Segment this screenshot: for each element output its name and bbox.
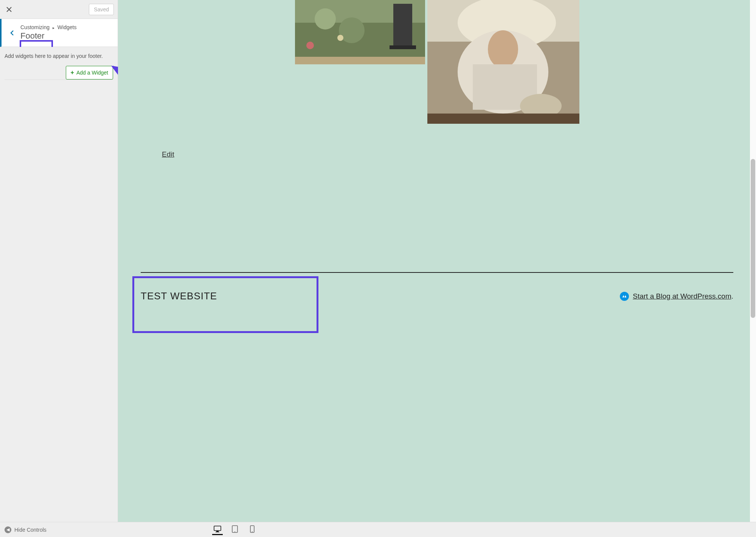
footer-divider	[141, 272, 733, 273]
hide-controls-button[interactable]: ◀ Hide Controls	[5, 526, 47, 533]
customizer-bottombar: ◀ Hide Controls	[0, 522, 756, 537]
svg-point-25	[234, 531, 235, 532]
back-button[interactable]	[7, 28, 17, 38]
helper-text: Add widgets here to appear in your foote…	[5, 53, 113, 59]
painting-image-icon	[427, 0, 579, 124]
site-title: TEST WEBSITE	[141, 290, 217, 302]
section-title: Footer	[20, 31, 46, 42]
svg-rect-20	[427, 114, 579, 124]
svg-rect-10	[295, 57, 425, 64]
svg-rect-23	[216, 532, 219, 532]
mobile-icon	[250, 525, 255, 533]
desktop-icon	[214, 526, 221, 532]
painting-image-icon	[295, 0, 425, 64]
svg-point-27	[252, 531, 253, 532]
breadcrumb: Customizing ▸ Widgets	[20, 24, 76, 30]
svg-rect-7	[390, 45, 416, 49]
close-customizer-button[interactable]	[4, 2, 14, 17]
customizer-sidebar: Saved Customizing ▸ Widgets Footer Add w…	[0, 0, 118, 522]
wp-credit: Start a Blog at WordPress.com.	[620, 292, 733, 301]
desktop-preview-button[interactable]	[212, 525, 223, 535]
site-footer: TEST WEBSITE Start a Blog at WordPress.c…	[141, 272, 733, 317]
sidebar-body: Add widgets here to appear in your foote…	[0, 47, 118, 522]
mobile-preview-button[interactable]	[247, 525, 258, 535]
tablet-preview-button[interactable]	[230, 525, 240, 535]
add-widget-label: Add a Widget	[76, 70, 108, 76]
close-icon	[6, 7, 12, 12]
wordpress-icon	[620, 292, 629, 301]
breadcrumb-separator-icon: ▸	[53, 26, 54, 30]
svg-rect-6	[393, 4, 412, 49]
section-header: Customizing ▸ Widgets Footer	[0, 19, 118, 47]
preview-scroll[interactable]: Edit TEST WEBSITE Start a Blog at WordPr…	[118, 0, 756, 522]
window-scrollbar-thumb[interactable]	[751, 159, 755, 318]
breadcrumb-parent: Widgets	[57, 24, 77, 30]
chevron-left-circle-icon: ◀	[5, 526, 11, 533]
svg-rect-21	[214, 526, 221, 531]
breadcrumb-prefix: Customizing	[20, 24, 50, 30]
tablet-icon	[232, 525, 238, 533]
wp-credit-suffix: .	[731, 292, 733, 300]
gallery-image	[427, 0, 579, 124]
window-scrollbar-track[interactable]	[750, 0, 756, 522]
panel-divider	[5, 79, 113, 80]
svg-point-11	[306, 42, 314, 49]
edit-link[interactable]: Edit	[162, 150, 174, 159]
chevron-left-icon	[10, 30, 14, 36]
svg-point-8	[315, 8, 336, 30]
sidebar-topbar: Saved	[0, 0, 118, 19]
device-preview-toggles	[212, 525, 258, 535]
plus-icon: +	[71, 69, 74, 76]
image-gallery	[141, 0, 733, 124]
add-widget-button[interactable]: + Add a Widget	[66, 66, 113, 79]
svg-point-17	[488, 30, 518, 68]
svg-point-12	[337, 35, 343, 41]
svg-rect-22	[216, 531, 219, 532]
gallery-image	[295, 0, 425, 64]
wp-credit-link[interactable]: Start a Blog at WordPress.com	[633, 292, 731, 300]
saved-button: Saved	[89, 4, 114, 15]
hide-controls-label: Hide Controls	[14, 527, 47, 533]
preview-pane: Edit TEST WEBSITE Start a Blog at WordPr…	[118, 0, 756, 522]
